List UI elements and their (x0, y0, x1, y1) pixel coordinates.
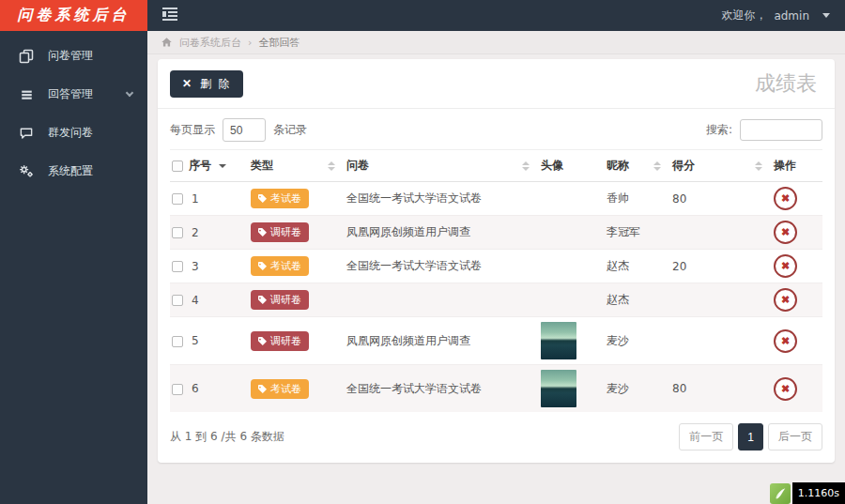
home-icon (161, 37, 173, 48)
sort-icon (653, 161, 661, 171)
top-navbar: 欢迎你， admin (147, 0, 845, 31)
close-icon: ✖ (781, 261, 790, 271)
select-all-checkbox[interactable] (172, 160, 183, 172)
sort-icon (328, 161, 335, 171)
type-badge: 调研卷 (251, 222, 309, 242)
sort-icon (522, 161, 530, 171)
table-header-row: 序号 类型 问卷 头像 (170, 150, 822, 182)
list-icon (19, 87, 34, 102)
page-1-button[interactable]: 1 (738, 423, 763, 451)
survey-name: 全国统一考试大学语文试卷 (345, 250, 539, 283)
column-header-index[interactable]: 序号 (170, 150, 249, 182)
row-checkbox[interactable] (172, 261, 183, 272)
delete-row-button[interactable]: ✖ (774, 221, 797, 244)
search-input[interactable] (740, 119, 822, 141)
avatar-cell (539, 283, 605, 317)
column-header-actions: 操作 (772, 150, 822, 182)
delete-button[interactable]: ✕ 删 除 (170, 70, 243, 98)
row-index: 2 (192, 226, 199, 239)
row-index: 5 (192, 334, 199, 347)
score: 80 (670, 182, 772, 216)
type-badge: 调研卷 (251, 331, 309, 351)
table-row: 2 调研卷 凤凰网原创频道用户调查 李冠军 ✖ (170, 216, 822, 250)
results-table: 序号 类型 问卷 头像 (170, 149, 822, 412)
breadcrumb-current: 全部回答 (258, 36, 300, 50)
delete-row-button[interactable]: ✖ (774, 329, 797, 353)
sidebar-item-label: 群发问卷 (48, 125, 93, 141)
sidebar-item-survey-management[interactable]: 问卷管理 (0, 37, 147, 75)
type-badge: 调研卷 (251, 290, 309, 310)
thinkphp-logo-icon[interactable] (770, 483, 791, 504)
page-load-time: 1.1160s (792, 482, 845, 504)
per-page-prefix: 每页显示 (170, 122, 215, 138)
type-badge: 考试卷 (251, 379, 309, 399)
close-icon: ✖ (781, 193, 790, 204)
debug-badge[interactable]: 1.1160s (770, 482, 845, 504)
avatar-cell (539, 182, 605, 216)
column-header-score[interactable]: 得分 (670, 150, 772, 182)
chevron-down-icon (126, 89, 133, 97)
type-badge: 考试卷 (251, 189, 309, 208)
avatar (541, 322, 576, 359)
sidebar-item-answer-management[interactable]: 回答管理 (0, 75, 147, 114)
sidebar-item-label: 问卷管理 (48, 48, 93, 64)
nickname: 麦沙 (605, 365, 670, 413)
delete-row-button[interactable]: ✖ (774, 187, 797, 210)
column-header-nickname[interactable]: 昵称 (605, 150, 670, 182)
breadcrumb-root[interactable]: 问卷系统后台 (179, 36, 241, 50)
row-checkbox[interactable] (172, 336, 183, 347)
x-icon: ✕ (182, 77, 192, 90)
sort-icon (755, 161, 762, 171)
avatar-cell (539, 216, 605, 250)
app-logo: 问卷系统后台 (0, 0, 147, 31)
table-row: 3 考试卷 全国统一考试大学语文试卷 赵杰 20 ✖ (170, 250, 822, 283)
sidebar-item-mass-send[interactable]: 群发问卷 (0, 114, 147, 152)
type-badge: 考试卷 (251, 256, 309, 276)
nickname: 香帅 (605, 182, 670, 216)
column-header-avatar[interactable]: 头像 (539, 150, 605, 182)
score (670, 216, 772, 250)
row-checkbox[interactable] (172, 295, 183, 306)
tag-icon (258, 228, 267, 237)
row-checkbox[interactable] (172, 193, 183, 205)
panel-header: ✕ 删 除 成绩表 (158, 59, 835, 109)
row-index: 3 (192, 260, 199, 273)
sidebar-item-system-config[interactable]: 系统配置 (0, 152, 147, 191)
nickname: 李冠军 (605, 216, 670, 250)
records-info: 从 1 到 6 /共 6 条数据 (170, 429, 284, 445)
main-content: ✕ 删 除 成绩表 每页显示 条记录 搜索: (147, 54, 845, 504)
score: 20 (670, 250, 772, 283)
table-footer: 从 1 到 6 /共 6 条数据 前一页 1 后一页 (170, 423, 822, 451)
close-icon: ✖ (781, 295, 790, 305)
sort-icon (219, 164, 226, 168)
page-title: 成绩表 (755, 69, 822, 98)
breadcrumb-separator: › (248, 37, 252, 49)
per-page-input[interactable] (223, 118, 266, 142)
next-page-button[interactable]: 后一页 (768, 423, 822, 451)
prev-page-button[interactable]: 前一页 (679, 423, 733, 451)
delete-row-button[interactable]: ✖ (774, 288, 797, 312)
sidebar-item-label: 系统配置 (48, 163, 93, 179)
row-checkbox[interactable] (172, 384, 183, 395)
column-header-survey[interactable]: 问卷 (345, 150, 539, 182)
sidebar-toggle-icon[interactable] (162, 8, 179, 23)
avatar-cell (539, 365, 605, 413)
column-header-type[interactable]: 类型 (249, 150, 345, 182)
delete-row-button[interactable]: ✖ (774, 377, 797, 401)
tag-icon (258, 296, 267, 304)
row-checkbox[interactable] (172, 227, 183, 238)
row-index: 1 (192, 192, 199, 206)
survey-name: 全国统一考试大学语文试卷 (345, 182, 539, 216)
survey-name: 凤凰网原创频道用户调查 (345, 216, 539, 250)
survey-name: 凤凰网原创频道用户调查 (345, 317, 539, 365)
row-index: 4 (192, 294, 199, 307)
sidebar-item-label: 回答管理 (48, 86, 93, 102)
table-row: 4 调研卷 赵杰 ✖ (170, 283, 822, 317)
user-menu[interactable]: 欢迎你， admin (721, 8, 830, 23)
gears-icon (19, 164, 34, 179)
delete-row-button[interactable]: ✖ (774, 254, 797, 278)
avatar-cell (539, 317, 605, 365)
table-toolbar: 每页显示 条记录 搜索: (170, 118, 822, 142)
breadcrumb: 问卷系统后台 › 全部回答 (147, 31, 845, 54)
tag-icon (258, 337, 267, 345)
